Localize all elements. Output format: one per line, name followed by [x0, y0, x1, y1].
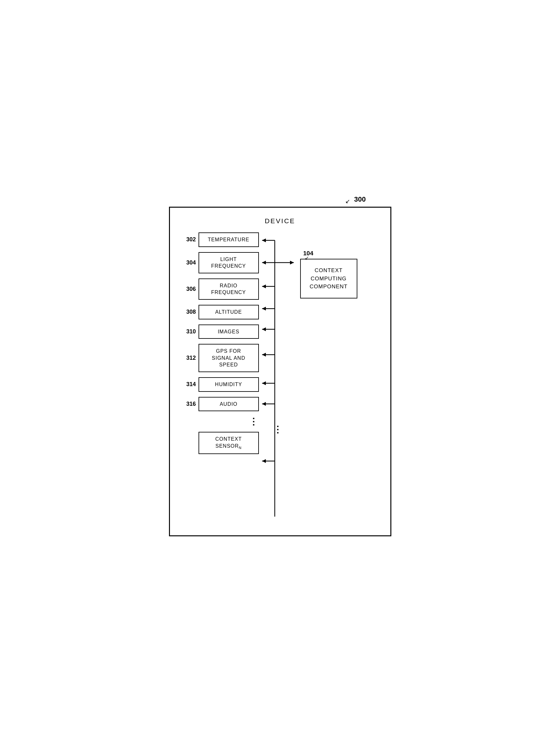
svg-marker-8 [262, 307, 266, 311]
sensor-number-312: 312 [179, 355, 196, 361]
sensor-box-314: HUMIDITY [199, 377, 259, 392]
sensor-row-302: 302 TEMPERATURE [179, 232, 259, 247]
figure-number: 300 [354, 195, 366, 204]
sensor-row-310: 310 IMAGES [179, 324, 259, 339]
sensor-number-310: 310 [179, 328, 196, 335]
sensor-row-n: CONTEXTSENSORN [179, 432, 259, 454]
sensor-box-312: GPS FORSIGNAL ANDSPEED [199, 344, 259, 372]
svg-marker-6 [262, 285, 266, 288]
sensor-box-316: AUDIO [199, 397, 259, 411]
ccc-column: 104 ↙ CONTEXTCOMPUTINGCOMPONENT [300, 232, 357, 299]
svg-marker-21 [290, 261, 294, 264]
sensor-number-316: 316 [179, 401, 196, 407]
svg-marker-19 [262, 459, 266, 463]
device-title: DEVICE [179, 217, 381, 225]
bus-svg: ⋮ [259, 232, 297, 525]
sensor-box-304: LIGHTFREQUENCY [199, 252, 259, 273]
sensor-number-304: 304 [179, 259, 196, 266]
svg-marker-16 [262, 402, 266, 406]
sensor-box-308: ALTITUDE [199, 305, 259, 319]
sensor-number-308: 308 [179, 309, 196, 315]
sensor-row-314: 314 HUMIDITY [179, 377, 259, 392]
context-computing-box: CONTEXTCOMPUTINGCOMPONENT [300, 259, 357, 299]
svg-marker-4 [262, 261, 266, 264]
svg-marker-2 [262, 238, 266, 242]
sensor-box-310: IMAGES [199, 324, 259, 339]
sensor-row-312: 312 GPS FORSIGNAL ANDSPEED [179, 344, 259, 372]
sensor-number-314: 314 [179, 381, 196, 388]
svg-marker-10 [262, 327, 266, 331]
svg-marker-14 [262, 381, 266, 385]
sensor-box-306: RADIOFREQUENCY [199, 278, 259, 300]
sensor-row-308: 308 ALTITUDE [179, 305, 259, 319]
dots-row-sensors: ⋮ [230, 416, 259, 427]
sensor-row-316: 316 AUDIO [179, 397, 259, 411]
sensor-number-306: 306 [179, 286, 196, 293]
sensor-number-302: 302 [179, 236, 196, 243]
svg-text:⋮: ⋮ [273, 425, 282, 434]
figure-arrow: ↙ [345, 198, 350, 205]
sensor-box-302: TEMPERATURE [199, 232, 259, 247]
svg-marker-12 [262, 353, 266, 357]
sensor-row-306: 306 RADIOFREQUENCY [179, 278, 259, 300]
sensor-box-n: CONTEXTSENSORN [199, 432, 259, 454]
sensor-row-304: 304 LIGHTFREQUENCY [179, 252, 259, 273]
